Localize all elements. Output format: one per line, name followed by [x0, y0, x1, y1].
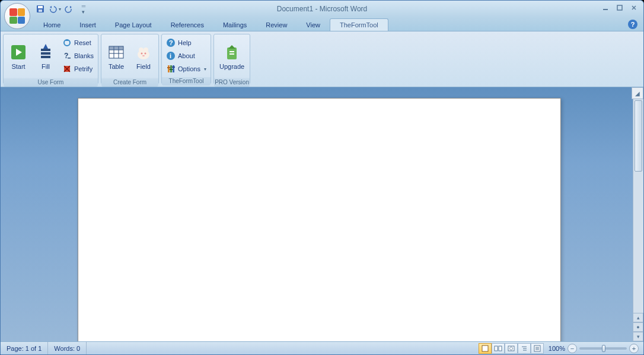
svg-rect-8 — [41, 56, 50, 58]
svg-rect-1 — [38, 6, 43, 8]
quick-access-toolbar: ▾ ═▾ — [34, 2, 90, 15]
table-icon — [107, 43, 126, 62]
draft-icon — [533, 345, 541, 352]
word-count[interactable]: Words: 0 — [48, 342, 87, 354]
close-button[interactable] — [628, 3, 640, 12]
zoom-in-button[interactable]: + — [629, 344, 639, 353]
ribbon-tabs: Home Insert Page Layout References Maili… — [1, 17, 643, 31]
maximize-icon — [617, 5, 623, 11]
double-down-icon: ▾ — [637, 334, 640, 340]
zoom-slider-handle[interactable] — [602, 345, 605, 352]
select-browse-object[interactable]: ● — [633, 322, 643, 332]
ribbon: Start Fill Reset ? Blanks — [1, 31, 643, 87]
statusbar: Page: 1 of 1 Words: 0 100% − + — [1, 341, 643, 354]
group-create-form: Table Field Create Form — [101, 34, 159, 84]
svg-rect-39 — [495, 346, 498, 351]
zoom-slider[interactable] — [579, 347, 627, 350]
minimize-button[interactable] — [600, 3, 611, 12]
about-icon: i — [166, 51, 176, 61]
circle-icon: ● — [636, 324, 639, 330]
group-label: TheFormTool — [162, 77, 211, 85]
start-icon — [9, 43, 28, 62]
plus-icon: + — [632, 345, 636, 352]
outline-view[interactable] — [518, 343, 531, 354]
svg-rect-29 — [168, 65, 170, 72]
svg-rect-7 — [41, 52, 50, 55]
field-button[interactable]: Field — [130, 36, 157, 77]
svg-rect-37 — [229, 53, 234, 55]
web-icon — [507, 345, 515, 352]
prev-page-button[interactable]: ▴ — [633, 313, 643, 322]
fill-button[interactable]: Fill — [33, 36, 59, 77]
double-up-icon: ▴ — [637, 315, 640, 321]
save-button[interactable] — [34, 2, 47, 15]
reset-icon — [62, 38, 72, 47]
table-button[interactable]: Table — [103, 36, 129, 77]
outline-icon — [520, 345, 528, 352]
options-button[interactable]: Options ▾ — [164, 62, 209, 75]
tab-home[interactable]: Home — [34, 19, 70, 31]
titlebar: ▾ ═▾ Document1 - Microsoft Word — [1, 1, 643, 17]
upgrade-button[interactable]: Upgrade — [216, 36, 248, 77]
reading-icon — [494, 345, 502, 352]
tab-insert[interactable]: Insert — [70, 19, 106, 31]
start-button[interactable]: Start — [5, 36, 31, 77]
help-button[interactable]: ? Help — [164, 36, 209, 49]
group-label: PRO Version — [214, 78, 250, 87]
group-theformtool: ? Help i About Options ▾ TheFormTool — [161, 34, 211, 84]
undo-button[interactable]: ▾ — [48, 2, 61, 15]
next-page-button[interactable]: ▾ — [633, 332, 643, 341]
reset-button[interactable]: Reset — [60, 36, 96, 49]
petrify-icon — [62, 64, 72, 74]
maximize-button[interactable] — [614, 3, 626, 12]
svg-rect-32 — [167, 67, 170, 68]
ruler-toggle[interactable]: ◢ — [632, 87, 643, 99]
help-icon: ? — [631, 21, 635, 28]
svg-rect-11 — [68, 58, 71, 59]
help-button[interactable]: ? — [628, 20, 637, 29]
full-screen-reading-view[interactable] — [492, 343, 505, 354]
blanks-button[interactable]: ? Blanks — [60, 49, 96, 62]
document-page[interactable] — [78, 98, 561, 341]
svg-rect-31 — [173, 65, 174, 72]
svg-point-20 — [139, 47, 144, 52]
zoom-out-button[interactable]: − — [568, 344, 577, 353]
tab-mailings[interactable]: Mailings — [213, 19, 256, 31]
redo-icon — [64, 4, 74, 14]
vertical-scrollbar[interactable] — [633, 99, 643, 329]
svg-point-22 — [141, 53, 143, 55]
tab-references[interactable]: References — [161, 19, 213, 31]
svg-rect-36 — [229, 51, 234, 52]
petrify-button[interactable]: Petrify — [60, 62, 96, 75]
redo-button[interactable] — [62, 2, 75, 15]
qat-customize-button[interactable]: ═▾ — [76, 2, 90, 15]
zoom-controls: 100% − + — [544, 344, 643, 353]
svg-rect-38 — [482, 346, 488, 351]
fill-icon — [36, 43, 55, 62]
group-label: Use Form — [4, 78, 98, 87]
scroll-thumb[interactable] — [635, 100, 642, 172]
tab-review[interactable]: Review — [256, 19, 297, 31]
minimize-icon — [602, 5, 608, 11]
web-layout-view[interactable] — [505, 343, 518, 354]
browse-object-nav: ▴ ● ▾ — [633, 313, 643, 341]
zoom-level[interactable]: 100% — [549, 345, 565, 352]
draft-view[interactable] — [531, 343, 544, 354]
tab-view[interactable]: View — [297, 19, 330, 31]
tab-theformtool[interactable]: TheFormTool — [330, 18, 388, 31]
svg-text:?: ? — [169, 39, 173, 46]
about-button[interactable]: i About — [164, 49, 209, 62]
page-status[interactable]: Page: 1 of 1 — [1, 342, 48, 354]
svg-point-21 — [144, 47, 148, 52]
svg-text:?: ? — [64, 52, 68, 60]
office-button[interactable] — [4, 3, 30, 29]
svg-rect-33 — [170, 69, 173, 70]
office-logo-icon — [9, 8, 25, 24]
chevron-down-icon: ═▾ — [82, 3, 85, 15]
help-icon: ? — [166, 38, 176, 47]
tab-page-layout[interactable]: Page Layout — [106, 19, 161, 31]
window-controls — [600, 3, 640, 12]
print-layout-icon — [481, 345, 489, 352]
document-area: ◢ ▴ ● ▾ — [1, 87, 643, 341]
print-layout-view[interactable] — [479, 343, 492, 354]
